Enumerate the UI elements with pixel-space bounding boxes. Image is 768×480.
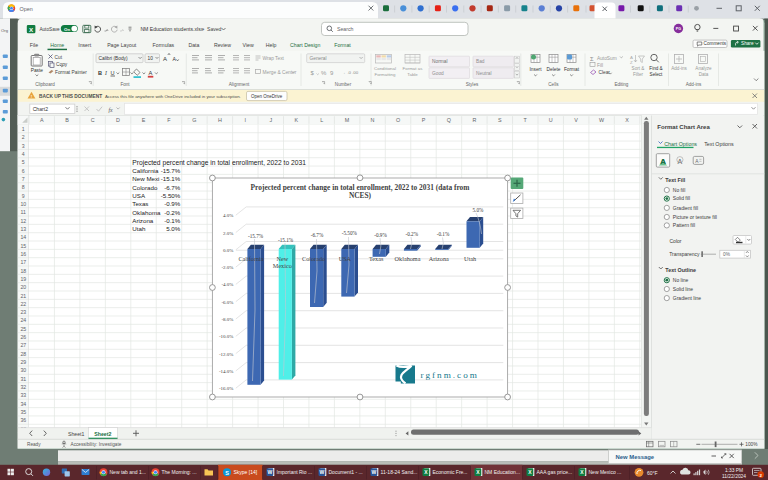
svg-text:Font: Font <box>120 82 130 87</box>
svg-text:Picture or texture fill: Picture or texture fill <box>673 214 717 220</box>
svg-text:-16.0%: -16.0% <box>219 386 234 391</box>
svg-text:Document1 - ...: Document1 - ... <box>329 469 363 475</box>
svg-text:AAA gas price...: AAA gas price... <box>537 469 573 475</box>
svg-text:Find &: Find & <box>649 66 662 71</box>
svg-text:G: G <box>192 117 196 123</box>
svg-text:10: 10 <box>20 201 26 207</box>
svg-text:Open OneDrive: Open OneDrive <box>251 94 283 99</box>
svg-text:23: 23 <box>20 309 26 315</box>
svg-text:22: 22 <box>20 301 26 307</box>
svg-text:PG: PG <box>676 27 681 31</box>
svg-text:Chart Design: Chart Design <box>290 42 320 48</box>
svg-text:2.0%: 2.0% <box>223 231 233 236</box>
svg-text:21: 21 <box>20 293 26 299</box>
svg-text:12: 12 <box>20 218 26 224</box>
svg-text:E: E <box>142 117 146 123</box>
svg-text:B: B <box>65 117 69 123</box>
svg-text:The Morning: ...: The Morning: ... <box>162 469 197 475</box>
svg-text:Access this file anywhere with: Access this file anywhere with OneDrive … <box>105 94 241 99</box>
svg-text:Colorado: Colorado <box>302 255 325 262</box>
svg-text:0%: 0% <box>723 252 731 257</box>
svg-text:Fill: Fill <box>597 63 603 68</box>
svg-text:Text Fill: Text Fill <box>665 177 685 183</box>
svg-text:Accessibility: Investigate: Accessibility: Investigate <box>71 442 122 447</box>
svg-text:A: A <box>660 157 666 166</box>
svg-text:Insert: Insert <box>78 42 92 48</box>
svg-text:X: X <box>625 117 629 123</box>
svg-text:Text Outline: Text Outline <box>665 267 696 273</box>
svg-text:14: 14 <box>20 234 26 240</box>
svg-text:←.0: ←.0 <box>343 70 352 75</box>
svg-text:Page Layout: Page Layout <box>107 42 137 48</box>
svg-text:No line: No line <box>673 277 689 283</box>
svg-text:Clear: Clear <box>599 70 611 75</box>
svg-text:Formatting: Formatting <box>375 72 397 77</box>
svg-text:A: A <box>173 56 177 62</box>
svg-text:Format: Format <box>564 67 580 72</box>
svg-text:2: 2 <box>22 134 25 140</box>
svg-text:-2.0%: -2.0% <box>221 265 233 270</box>
svg-text:Ready: Ready <box>27 442 41 447</box>
svg-text:Oklahoma: Oklahoma <box>395 255 421 262</box>
svg-text:New Message: New Message <box>616 454 655 460</box>
svg-text:Normal: Normal <box>432 59 447 64</box>
svg-text:•: • <box>203 26 205 32</box>
svg-text:Sort &: Sort & <box>632 66 645 71</box>
svg-text:-0.2%: -0.2% <box>405 231 418 237</box>
svg-text:Format Painter: Format Painter <box>55 70 87 75</box>
svg-text:-6.0%: -6.0% <box>221 300 233 305</box>
svg-text:R: R <box>472 117 476 123</box>
svg-text:A: A <box>149 70 153 76</box>
svg-text:D: D <box>116 117 120 123</box>
svg-text:File: File <box>30 42 38 48</box>
svg-text:4.0%: 4.0% <box>223 213 233 218</box>
svg-text:On: On <box>64 27 70 32</box>
svg-text:-0.9%: -0.9% <box>164 200 181 207</box>
svg-text:L: L <box>320 117 323 123</box>
svg-text:5: 5 <box>22 159 25 165</box>
svg-text:Good: Good <box>432 71 444 76</box>
svg-text:New Mexico ...: New Mexico ... <box>589 469 622 475</box>
svg-text:Wrap Text: Wrap Text <box>263 56 285 61</box>
svg-text:Number: Number <box>335 82 352 87</box>
svg-text:Cells: Cells <box>548 82 559 87</box>
svg-text:P: P <box>422 117 426 123</box>
svg-text:New Mexi: New Mexi <box>132 175 159 182</box>
svg-text:U: U <box>111 70 115 76</box>
svg-text:13: 13 <box>20 226 26 232</box>
svg-text:Org: Org <box>1 28 9 33</box>
svg-text:Pattern fill: Pattern fill <box>673 222 695 228</box>
svg-text:-6.7%: -6.7% <box>311 232 324 238</box>
svg-text:Search: Search <box>337 26 354 32</box>
svg-text:.00: .00 <box>352 70 359 75</box>
svg-text:Sheet1: Sheet1 <box>68 431 85 437</box>
svg-text:10: 10 <box>148 56 154 61</box>
svg-text:Styles: Styles <box>466 82 479 87</box>
svg-text:Skype [14]: Skype [14] <box>234 469 258 475</box>
svg-text:General: General <box>310 56 327 61</box>
svg-text:W: W <box>320 469 325 475</box>
svg-text:Open: Open <box>20 6 33 12</box>
svg-text:Chart2: Chart2 <box>33 106 48 112</box>
svg-text:Sheet2: Sheet2 <box>94 431 111 437</box>
svg-text:NCES): NCES) <box>349 191 372 200</box>
svg-text:A: A <box>678 158 683 165</box>
svg-text:USA: USA <box>132 192 146 199</box>
svg-text:7: 7 <box>22 176 25 182</box>
svg-text:Saved: Saved <box>207 26 222 32</box>
svg-text:Z: Z <box>630 60 633 65</box>
svg-text:-5.50%: -5.50% <box>342 230 358 236</box>
svg-text:5.0%: 5.0% <box>472 207 483 213</box>
svg-text:W: W <box>599 117 605 123</box>
svg-text:-5.50%: -5.50% <box>161 192 181 199</box>
svg-text:Analyze: Analyze <box>695 66 712 71</box>
svg-text:U: U <box>549 117 553 123</box>
svg-text:-10.0%: -10.0% <box>219 334 234 339</box>
svg-text:-15.1%: -15.1% <box>161 175 181 182</box>
svg-text:-6.7%: -6.7% <box>164 184 181 191</box>
svg-text:B: B <box>98 70 102 76</box>
svg-text:Add-ins: Add-ins <box>671 66 687 71</box>
svg-text:8: 8 <box>22 184 25 190</box>
svg-text:J: J <box>269 117 272 123</box>
svg-text:29: 29 <box>20 359 26 365</box>
